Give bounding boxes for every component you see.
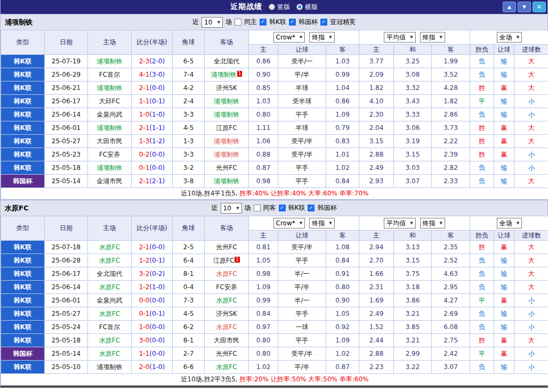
eu-home-odds-cell: 2.23	[359, 361, 394, 374]
table-row: 韩K联 25-05-18 浦项制铁 0-1(0-0) 3-2 光州FC 0.87…	[1, 161, 548, 175]
summary-row: 近10场,胜2平3负5, 胜率:20% 让胜率:50% 大率:50% 单率:60…	[1, 374, 548, 386]
fulltime-score: 1-3	[139, 137, 150, 145]
summary-rates: 胜率:40% 让胜率:40% 大率:60% 单率:70%	[239, 190, 368, 197]
result-cell: 胜	[470, 135, 494, 148]
halftime-score: (0-0)	[149, 337, 165, 344]
asian-index-select[interactable]: 终指▼	[309, 218, 334, 228]
goals-result-cell: 小	[514, 161, 548, 175]
result-cell: 负	[470, 175, 494, 188]
games-count-select[interactable]: 10 ▼	[221, 203, 242, 214]
table-row: 韩K联 25-06-17 大邱FC 1-1(0-1) 2-4 浦项制铁 1.03…	[1, 95, 548, 108]
eu-home-odds-cell: 1.52	[359, 321, 394, 334]
date-cell: 25-07-18	[45, 241, 88, 254]
ah-away-odds-cell: 0.99	[326, 68, 359, 81]
goals-result-cell: 大	[514, 334, 548, 347]
average-select-value: 平均值	[386, 219, 406, 228]
recent-results-widget: 近期战绩 竖版 横版 ▲ ▼ ✕ 浦项制铁 近 10 ▼ 场	[0, 0, 548, 388]
ah-line-cell: 平手	[278, 108, 326, 121]
layout-radio-horizontal[interactable]: 横版	[296, 3, 318, 12]
eu-away-odds-cell: 2.82	[432, 161, 470, 175]
layout-radio-vertical[interactable]: 竖版	[269, 3, 290, 12]
date-cell: 25-06-17	[45, 95, 88, 108]
radio-icon[interactable]	[269, 4, 275, 10]
league-checkbox-kleague[interactable]	[260, 19, 267, 26]
bookmaker-select[interactable]: Crow*▼	[273, 32, 305, 43]
games-count-select[interactable]: 10 ▼	[202, 17, 223, 28]
league-checkbox-cup[interactable]	[289, 19, 296, 26]
games-unit-label: 场	[245, 203, 251, 213]
bookmaker-select[interactable]: Crow*▼	[273, 218, 305, 228]
eu-draw-odds-cell: 3.33	[394, 108, 432, 121]
league-type-cell: 韩K联	[1, 135, 45, 148]
fulltime-score: 1-2	[139, 257, 150, 264]
goals-result-cell: 小	[514, 294, 548, 307]
close-button[interactable]: ✕	[533, 2, 546, 12]
result-cell: 负	[470, 108, 494, 121]
score-cell: 2-1(0-0)	[132, 81, 173, 95]
handicap-result-cell: 输	[494, 55, 514, 68]
eu-home-odds-cell: 1.66	[359, 267, 394, 281]
home-team-cell: FC安养	[88, 148, 132, 161]
fulltime-score: 2-3	[139, 58, 150, 65]
radio-selected-icon[interactable]	[296, 4, 303, 10]
titlebar: 近期战绩 竖版 横版 ▲ ▼ ✕	[1, 0, 547, 14]
eu-away-odds-cell: 2.39	[432, 148, 470, 161]
home-team-cell: 浦项制铁	[88, 161, 132, 175]
chevron-down-icon: ▼	[236, 206, 239, 210]
league-checkbox-acl[interactable]	[320, 19, 327, 26]
scroll-up-button[interactable]: ▲	[503, 2, 516, 12]
league-type-cell: 韩国杯	[1, 347, 45, 361]
handicap-result-cell: 输	[494, 281, 514, 294]
ah-away-odds-cell: 0.92	[326, 321, 359, 334]
average-select[interactable]: 平均值▼	[384, 218, 415, 228]
ah-away-odds-cell: 0.87	[326, 361, 359, 374]
score-cell: 2-1(1-1)	[132, 121, 173, 135]
average-select[interactable]: 平均值▼	[384, 32, 415, 43]
table-row: 韩K联 25-05-24 FC首尔 1-0(0-0) 6-2 水原FC 0.97…	[1, 321, 548, 334]
result-cell: 胜	[470, 241, 494, 254]
corner-cell: 1-3	[173, 135, 205, 148]
asian-index-select[interactable]: 终指▼	[309, 32, 334, 43]
same-venue-checkbox[interactable]	[254, 205, 261, 211]
ah-line-cell: 一球	[278, 321, 326, 334]
goals-result-cell: 大	[514, 68, 548, 81]
ah-away-odds-cell: 1.09	[326, 108, 359, 121]
ah-home-odds-cell: 0.80	[249, 347, 278, 361]
scroll-down-button[interactable]: ▼	[518, 2, 531, 12]
league-checkbox-kleague[interactable]	[279, 205, 286, 211]
handicap-result-cell: 赢	[494, 241, 514, 254]
team-name: 浦项制铁	[5, 18, 33, 27]
col-header-away: 客场	[205, 216, 249, 241]
score-cell: 2-1(2-1)	[132, 175, 173, 188]
corner-cell: 8-1	[173, 267, 205, 281]
eu-home-odds-cell: 1.69	[359, 294, 394, 307]
score-cell: 1-1(0-1)	[132, 95, 173, 108]
fulltime-score: 1-2	[139, 283, 150, 291]
home-team-cell: 水原FC	[88, 254, 132, 267]
league-type-cell: 韩K联	[1, 95, 45, 108]
table-row: 韩K联 25-05-23 FC安养 0-2(0-0) 3-3 浦项制铁 0.88…	[1, 148, 548, 161]
handicap-result-cell: 输	[494, 307, 514, 321]
scope-select[interactable]: 全场▼	[497, 32, 522, 43]
score-cell: 1-0(1-0)	[132, 108, 173, 121]
ah-line-cell: 平/半	[278, 361, 326, 374]
subcol-eu-away: 客	[432, 45, 470, 55]
scope-select[interactable]: 全场▼	[497, 218, 522, 228]
eu-away-odds-cell: 2.33	[432, 175, 470, 188]
ah-line-cell: 平/半	[278, 281, 326, 294]
euro-index-select[interactable]: 终指▼	[420, 218, 445, 228]
league-type-cell: 韩K联	[1, 361, 45, 374]
halftime-score: (0-0)	[149, 297, 165, 304]
league-checkbox-cup[interactable]	[308, 205, 315, 211]
date-cell: 25-05-27	[45, 307, 88, 321]
same-venue-checkbox[interactable]	[235, 19, 241, 26]
ah-away-odds-cell: 1.02	[326, 347, 359, 361]
eu-away-odds-cell: 1.82	[432, 95, 470, 108]
euro-index-select[interactable]: 终指▼	[420, 32, 445, 43]
eu-draw-odds-cell: 3.15	[394, 148, 432, 161]
halftime-score: (0-0)	[149, 164, 165, 172]
halftime-score: (0-2)	[149, 270, 165, 277]
window-buttons: ▲ ▼ ✕	[503, 2, 546, 12]
ah-line-cell: 平手	[278, 161, 326, 175]
eu-away-odds-cell: 1.99	[432, 55, 470, 68]
